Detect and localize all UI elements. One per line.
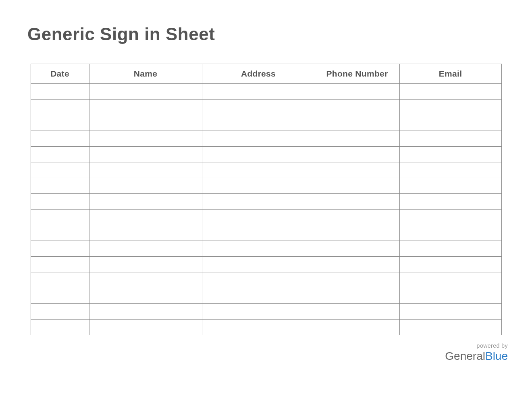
cell-name[interactable] [89, 115, 202, 131]
table-row [31, 194, 501, 210]
table-row [31, 257, 501, 272]
table-row [31, 241, 501, 257]
cell-address[interactable] [202, 257, 315, 272]
cell-phone[interactable] [315, 257, 399, 272]
table-row [31, 147, 501, 162]
cell-date[interactable] [31, 115, 89, 131]
cell-address[interactable] [202, 288, 315, 304]
page-title: Generic Sign in Sheet [27, 24, 520, 44]
table-row [31, 162, 501, 178]
cell-name[interactable] [89, 304, 202, 320]
cell-address[interactable] [202, 178, 315, 194]
cell-phone[interactable] [315, 241, 399, 257]
cell-name[interactable] [89, 131, 202, 147]
table-row [31, 100, 501, 115]
table-row [31, 320, 501, 335]
table-header-row: Date Name Address Phone Number Email [31, 64, 501, 84]
cell-phone[interactable] [315, 147, 399, 162]
cell-date[interactable] [31, 304, 89, 320]
cell-name[interactable] [89, 162, 202, 178]
cell-phone[interactable] [315, 210, 399, 225]
cell-email[interactable] [399, 241, 501, 257]
cell-email[interactable] [399, 100, 501, 115]
table-row [31, 304, 501, 320]
cell-address[interactable] [202, 210, 315, 225]
cell-date[interactable] [31, 257, 89, 272]
cell-email[interactable] [399, 131, 501, 147]
cell-address[interactable] [202, 320, 315, 335]
cell-date[interactable] [31, 320, 89, 335]
cell-phone[interactable] [315, 178, 399, 194]
cell-phone[interactable] [315, 288, 399, 304]
powered-by-label: powered by [445, 342, 508, 349]
cell-name[interactable] [89, 320, 202, 335]
cell-name[interactable] [89, 257, 202, 272]
cell-phone[interactable] [315, 194, 399, 210]
cell-phone[interactable] [315, 225, 399, 241]
cell-date[interactable] [31, 178, 89, 194]
cell-name[interactable] [89, 272, 202, 288]
cell-name[interactable] [89, 100, 202, 115]
cell-phone[interactable] [315, 131, 399, 147]
cell-email[interactable] [399, 272, 501, 288]
cell-email[interactable] [399, 210, 501, 225]
table-row [31, 84, 501, 100]
cell-phone[interactable] [315, 304, 399, 320]
cell-address[interactable] [202, 131, 315, 147]
cell-email[interactable] [399, 115, 501, 131]
cell-name[interactable] [89, 84, 202, 100]
column-header-date: Date [31, 64, 89, 84]
table-row [31, 225, 501, 241]
cell-phone[interactable] [315, 115, 399, 131]
cell-address[interactable] [202, 241, 315, 257]
cell-email[interactable] [399, 257, 501, 272]
cell-email[interactable] [399, 288, 501, 304]
cell-date[interactable] [31, 225, 89, 241]
cell-address[interactable] [202, 115, 315, 131]
cell-address[interactable] [202, 147, 315, 162]
cell-phone[interactable] [315, 320, 399, 335]
cell-email[interactable] [399, 84, 501, 100]
cell-phone[interactable] [315, 84, 399, 100]
cell-email[interactable] [399, 304, 501, 320]
cell-address[interactable] [202, 162, 315, 178]
cell-name[interactable] [89, 210, 202, 225]
cell-name[interactable] [89, 194, 202, 210]
cell-email[interactable] [399, 162, 501, 178]
cell-address[interactable] [202, 272, 315, 288]
cell-phone[interactable] [315, 272, 399, 288]
cell-email[interactable] [399, 147, 501, 162]
cell-name[interactable] [89, 225, 202, 241]
cell-email[interactable] [399, 194, 501, 210]
cell-date[interactable] [31, 194, 89, 210]
cell-email[interactable] [399, 225, 501, 241]
cell-name[interactable] [89, 147, 202, 162]
cell-address[interactable] [202, 304, 315, 320]
cell-name[interactable] [89, 241, 202, 257]
cell-address[interactable] [202, 100, 315, 115]
cell-address[interactable] [202, 194, 315, 210]
cell-phone[interactable] [315, 162, 399, 178]
cell-date[interactable] [31, 210, 89, 225]
cell-name[interactable] [89, 288, 202, 304]
column-header-phone: Phone Number [315, 64, 399, 84]
brand-blue-text: Blue [485, 350, 508, 362]
cell-date[interactable] [31, 84, 89, 100]
cell-date[interactable] [31, 100, 89, 115]
cell-address[interactable] [202, 225, 315, 241]
cell-date[interactable] [31, 162, 89, 178]
cell-phone[interactable] [315, 100, 399, 115]
table-row [31, 131, 501, 147]
brand-general-text: General [445, 350, 485, 362]
cell-email[interactable] [399, 178, 501, 194]
cell-date[interactable] [31, 131, 89, 147]
footer-branding: powered by GeneralBlue [445, 342, 508, 363]
cell-date[interactable] [31, 147, 89, 162]
sign-in-table: Date Name Address Phone Number Email [31, 64, 502, 335]
cell-name[interactable] [89, 178, 202, 194]
cell-address[interactable] [202, 84, 315, 100]
cell-date[interactable] [31, 272, 89, 288]
cell-date[interactable] [31, 288, 89, 304]
cell-email[interactable] [399, 320, 501, 335]
cell-date[interactable] [31, 241, 89, 257]
